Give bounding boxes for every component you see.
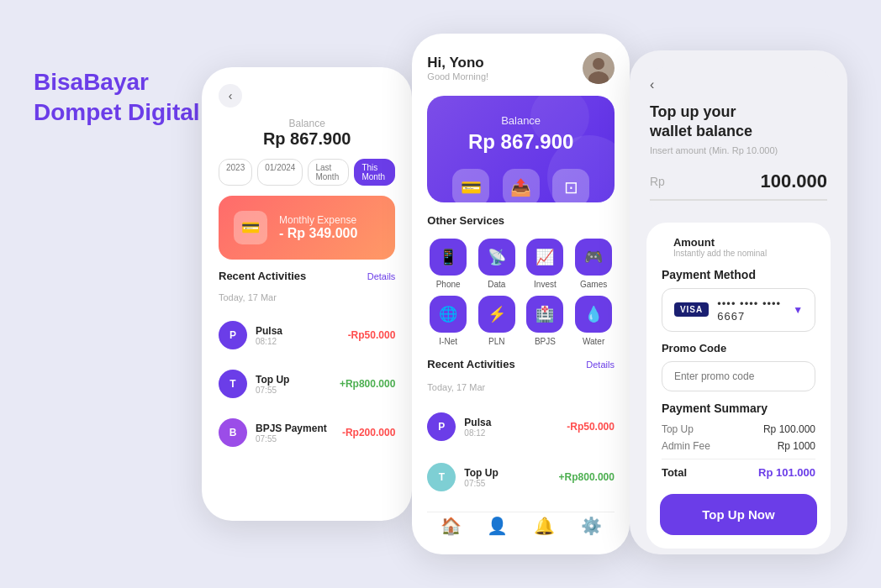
tab-2023[interactable]: 2023 (219, 159, 252, 186)
avatar (583, 52, 615, 84)
expense-card: 💳 Monthly Expense - Rp 349.000 (219, 196, 395, 260)
activity-name: BPJS Payment (256, 423, 334, 434)
water-icon: 💧 (575, 296, 612, 333)
promo-code-label: Promo Code (662, 342, 815, 354)
service-label: BPJS (535, 337, 556, 346)
balance-label-screen1: Balance (219, 118, 395, 129)
balance-amount-screen1: Rp 867.900 (219, 129, 395, 149)
screen1-phone: ‹ Balance Rp 867.900 2023 01/2024 Last M… (202, 67, 412, 521)
activity-time: 07:55 (464, 479, 550, 488)
period-tabs: 2023 01/2024 Last Month This Month (219, 159, 395, 186)
activity-info: Top Up 07:55 (464, 467, 550, 488)
amount-section: Amount Instantly add the nominal (660, 236, 817, 258)
games-icon: 🎮 (575, 239, 612, 276)
list-item: T Top Up 07:55 +Rp800.000 (427, 458, 615, 496)
details-link2[interactable]: Details (586, 360, 615, 370)
summary-row-admin: Admin Fee Rp 1000 (662, 440, 815, 452)
avatar: T (427, 463, 456, 491)
service-bpjs[interactable]: 🏥 BPJS (525, 296, 567, 346)
recent-activities-header2: Recent Activities Details (427, 358, 615, 370)
service-label: PLN (488, 337, 504, 346)
amount-value: 100.000 (672, 171, 827, 192)
activity-time: 07:55 (256, 434, 334, 444)
service-inet[interactable]: 🌐 I-Net (427, 296, 469, 346)
summary-divider (662, 459, 815, 459)
summary-val: Rp 100.000 (763, 423, 815, 435)
summary-key: Admin Fee (662, 440, 710, 452)
user-greeting: Hi, Yono Good Morning! (427, 55, 488, 81)
list-item: T Top Up 07:55 +Rp800.000 (219, 365, 395, 403)
activity-amount: +Rp800.000 (559, 471, 615, 483)
expense-label: Monthly Expense (279, 214, 357, 226)
back-button-screen1[interactable]: ‹ (219, 84, 242, 108)
service-invest[interactable]: 📈 Invest (525, 239, 567, 289)
greeting-name: Hi, Yono (427, 55, 488, 71)
recent-activities-header: Recent Activities Details (219, 270, 395, 282)
recent-activities-title: Recent Activities (219, 270, 306, 282)
nav-profile[interactable]: ⚙️ (581, 516, 602, 536)
pln-icon: ⚡ (478, 296, 515, 333)
phone-icon: 📱 (430, 239, 467, 276)
amount-section-label: Amount (673, 236, 804, 249)
topup-now-button[interactable]: Top Up Now (660, 494, 817, 535)
nav-home[interactable]: 🏠 (440, 516, 462, 536)
activity-info: Pulsa 08:12 (464, 417, 558, 438)
activity-time: 08:12 (256, 337, 340, 346)
summary-title: Payment Summary (662, 402, 815, 415)
promo-input[interactable] (662, 361, 815, 391)
avatar: P (427, 412, 456, 441)
payment-summary: Payment Summary Top Up Rp 100.000 Admin … (660, 402, 817, 484)
summary-row-topup: Top Up Rp 100.000 (662, 423, 815, 435)
user-header: Hi, Yono Good Morning! (427, 52, 615, 84)
recent-activities-title2: Recent Activities (427, 358, 514, 370)
topup-header-area: ‹ Top up your wallet balance Insert amou… (646, 67, 831, 211)
tab-this-month[interactable]: This Month (354, 159, 395, 186)
card-dots: •••• •••• •••• 6667 (717, 297, 784, 323)
amount-prefix: Rp (650, 175, 665, 188)
promo-section: Promo Code (660, 342, 817, 391)
screen2-phone: Hi, Yono Good Morning! Balance Rp 867.90… (412, 34, 630, 554)
service-label: Games (580, 280, 607, 289)
list-item: P Pulsa 08:12 -Rp50.000 (427, 407, 615, 446)
service-phone[interactable]: 📱 Phone (427, 239, 469, 289)
activity-time: 07:55 (256, 386, 331, 395)
activity-name: Pulsa (464, 417, 558, 428)
activity-date-screen2: Today, 17 Mar (427, 382, 615, 392)
back-button-screen3[interactable]: ‹ (650, 77, 827, 92)
nav-notification[interactable]: 🔔 (534, 516, 555, 536)
service-label: Invest (534, 280, 557, 289)
data-icon: 📡 (478, 239, 515, 276)
brand-section: BisaBayar Dompet Digital (34, 17, 202, 129)
payment-method-label: Payment Method (662, 268, 815, 281)
balance-section-screen1: Balance Rp 867.900 (219, 118, 395, 149)
activity-amount: -Rp50.000 (348, 329, 396, 341)
activity-amount: -Rp50.000 (567, 421, 615, 433)
brand-title: BisaBayar Dompet Digital (34, 67, 202, 129)
chevron-down-icon: ▼ (793, 304, 803, 316)
service-games[interactable]: 🎮 Games (572, 239, 615, 289)
tab-01-2024[interactable]: 01/2024 (257, 159, 303, 186)
service-pln[interactable]: ⚡ PLN (476, 296, 518, 346)
action-pay[interactable]: 💳 Pay (452, 169, 489, 202)
recent-activities-details[interactable]: Details (367, 271, 396, 281)
topup-subtitle: Insert amount (Min. Rp 10.000) (650, 145, 827, 155)
service-water[interactable]: 💧 Water (572, 296, 615, 346)
action-topup[interactable]: 📤 Top Up (503, 169, 540, 202)
amount-field[interactable]: Rp 100.000 (650, 164, 827, 201)
service-label: Water (583, 337, 604, 346)
payment-method-select[interactable]: VISA •••• •••• •••• 6667 ▼ (662, 288, 815, 332)
topup-title: Top up your wallet balance (650, 102, 827, 142)
activity-info: BPJS Payment 07:55 (256, 423, 334, 444)
payment-method-section: Payment Method VISA •••• •••• •••• 6667 … (660, 268, 817, 332)
visa-badge: VISA (674, 302, 709, 317)
avatar: T (219, 370, 247, 398)
tab-last-month[interactable]: Last Month (308, 159, 349, 186)
service-data[interactable]: 📡 Data (476, 239, 518, 289)
activity-name: Top Up (464, 467, 550, 479)
summary-key: Top Up (662, 423, 694, 435)
svg-point-1 (593, 58, 604, 70)
pay-icon: 💳 (452, 169, 489, 202)
nav-activity[interactable]: 👤 (487, 516, 508, 536)
expense-icon: 💳 (234, 211, 267, 244)
services-grid: 📱 Phone 📡 Data 📈 Invest 🎮 Games 🌐 I-Net … (427, 239, 615, 346)
